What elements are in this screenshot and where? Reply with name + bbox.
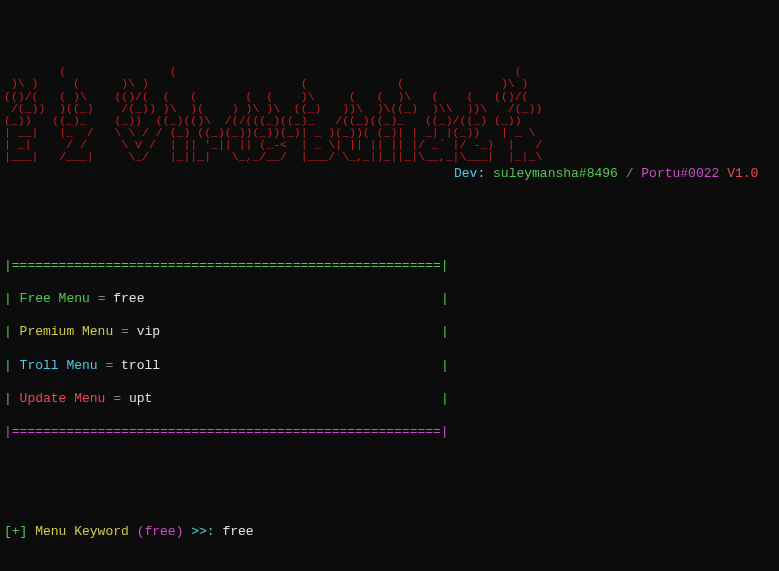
- version-label: V1.0: [727, 166, 758, 181]
- menu-value: upt: [129, 391, 152, 406]
- dev-author-1: suleymansha#8496: [493, 166, 618, 181]
- plus-icon: [+]: [4, 524, 27, 539]
- separator: |=======================================…: [4, 257, 775, 275]
- menu-label: Update Menu: [20, 391, 106, 406]
- menu-item-update: | Update Menu = upt |: [4, 390, 775, 408]
- prompt-menu-keyword[interactable]: [+] Menu Keyword (free) >>: free: [4, 523, 775, 541]
- separator: |=======================================…: [4, 423, 775, 441]
- menu-item-premium: | Premium Menu = vip |: [4, 323, 775, 341]
- dev-credits: Dev: suleymansha#8496 / Portu#0022 V1.0: [4, 165, 775, 183]
- dev-label: Dev:: [454, 166, 485, 181]
- prompt-arrow: >>:: [183, 524, 222, 539]
- user-input: free: [222, 524, 253, 539]
- menu-item-free: | Free Menu = free |: [4, 290, 775, 308]
- menu-label: Premium Menu: [20, 324, 114, 339]
- prompt-paren: (free): [137, 524, 184, 539]
- menu-item-troll: | Troll Menu = troll |: [4, 357, 775, 375]
- prompt-text: Menu Keyword: [27, 524, 136, 539]
- dev-sep: /: [626, 166, 634, 181]
- menu-value: troll: [121, 358, 160, 373]
- menu-value: vip: [137, 324, 160, 339]
- dev-author-2: Portu#0022: [641, 166, 719, 181]
- menu-value: free: [113, 291, 144, 306]
- menu-label: Troll Menu: [20, 358, 98, 373]
- menu-label: Free Menu: [20, 291, 90, 306]
- ascii-banner: ( ( ( )\ ) ( )\ ) ( ( )\ ) (()/( ( )\ ((…: [4, 66, 775, 163]
